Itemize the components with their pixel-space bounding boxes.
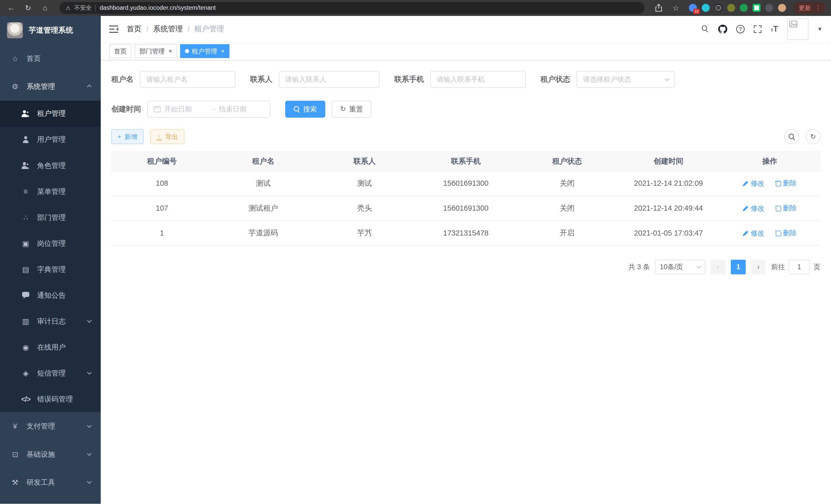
goto-page: 前往 页: [771, 260, 821, 275]
sidebar-item-users[interactable]: 用户管理: [0, 127, 101, 153]
broken-image-icon: [789, 21, 798, 28]
button-label: 新增: [125, 132, 138, 141]
tenant-name-input[interactable]: [146, 76, 229, 84]
refresh-icon: ↻: [810, 133, 816, 140]
fullscreen-icon[interactable]: [754, 25, 762, 33]
delete-button[interactable]: 删除: [775, 179, 797, 188]
trash-icon: [775, 230, 781, 236]
add-button[interactable]: + 新增: [111, 129, 144, 144]
tab-department[interactable]: 部门管理 ×: [135, 44, 177, 58]
caret-down-icon[interactable]: ▼: [818, 26, 823, 32]
app-logo[interactable]: 芋道管理系统: [0, 16, 101, 45]
font-size-icon[interactable]: тT: [771, 24, 778, 34]
status-select[interactable]: 请选择租户状态: [577, 71, 675, 88]
phone-input[interactable]: [436, 76, 519, 84]
link-label: 修改: [751, 179, 765, 188]
extension-icon[interactable]: [727, 4, 735, 12]
trash-icon: [775, 180, 781, 186]
share-icon[interactable]: [653, 2, 664, 13]
extension-icon[interactable]: [714, 4, 722, 12]
date-range-picker[interactable]: 开始日期 - 结束日期: [147, 101, 270, 118]
page-number: 1: [737, 263, 740, 271]
extension-icon[interactable]: [778, 4, 786, 12]
goto-page-input[interactable]: [789, 260, 810, 275]
close-icon[interactable]: ×: [168, 48, 172, 55]
github-icon[interactable]: [718, 25, 727, 34]
reset-button[interactable]: ↻ 重置: [332, 101, 371, 118]
sidebar-item-system[interactable]: ⚙ 系统管理: [0, 73, 101, 101]
breadcrumb-system[interactable]: 系统管理: [153, 24, 183, 34]
extension-icon[interactable]: [702, 4, 710, 12]
filter-phone: 联系手机: [394, 71, 525, 88]
address-bar[interactable]: ⚠ 不安全 dashboard.yudao.iocoder.cn/system/…: [59, 2, 644, 13]
tab-tenant[interactable]: 租户管理 ×: [180, 44, 229, 58]
sidebar-submenu: 租户管理 用户管理 角色管理 ≡ 菜单管理 ∴: [0, 101, 101, 412]
sidebar-item-online-users[interactable]: ◉ 在线用户: [0, 334, 101, 360]
extension-icon[interactable]: [765, 4, 773, 12]
tab-home[interactable]: 首页: [109, 44, 132, 58]
breadcrumb-separator: /: [146, 25, 148, 33]
sidebar-item-departments[interactable]: ∴ 部门管理: [0, 205, 101, 230]
online-signal-icon: ◉: [21, 343, 30, 352]
edit-button[interactable]: 修改: [743, 204, 765, 213]
sidebar-item-sms[interactable]: ◈ 短信管理: [0, 360, 101, 386]
extension-icon[interactable]: [753, 4, 761, 12]
url-text[interactable]: dashboard.yudao.iocoder.cn/system/tenant: [100, 4, 216, 11]
search-icon[interactable]: [702, 25, 709, 33]
update-button[interactable]: 更新 ⋮: [794, 2, 826, 13]
export-button[interactable]: 导出: [150, 129, 184, 144]
sidebar-item-tenant[interactable]: 租户管理: [0, 101, 101, 127]
cell-status: 关闭: [516, 171, 618, 196]
sidebar-item-notices[interactable]: 通知公告: [0, 282, 101, 308]
extension-icon[interactable]: 10: [689, 4, 697, 12]
page-1-button[interactable]: 1: [731, 260, 746, 275]
table-row: 107 测试租户 秃头 15601691300 关闭 2021-12-14 20…: [111, 196, 821, 221]
sidebar-item-positions[interactable]: ▣ 岗位管理: [0, 230, 101, 256]
bookmark-star-icon[interactable]: ☆: [670, 2, 682, 13]
refresh-table-button[interactable]: ↻: [806, 129, 821, 144]
column-header: 联系手机: [415, 152, 516, 171]
avatar[interactable]: [787, 19, 808, 40]
edit-button[interactable]: 修改: [743, 179, 765, 188]
sidebar-collapse-icon[interactable]: [109, 25, 118, 33]
delete-button[interactable]: 删除: [775, 203, 797, 213]
sidebar-item-roles[interactable]: 角色管理: [0, 153, 101, 179]
sidebar-item-payment[interactable]: ¥ 支付管理: [0, 412, 101, 440]
sidebar-item-error-codes[interactable]: </> 错误码管理: [0, 386, 101, 412]
search-icon: [789, 134, 795, 140]
sidebar-item-menus[interactable]: ≡ 菜单管理: [0, 179, 101, 205]
extension-icon[interactable]: [740, 4, 748, 12]
page-size-select[interactable]: 10条/页: [655, 260, 705, 275]
sidebar-item-audit-log[interactable]: ▥ 审计日志: [0, 308, 101, 334]
prev-page-button[interactable]: ‹: [711, 260, 726, 275]
sidebar-item-home[interactable]: ⌂ 首页: [0, 45, 101, 72]
link-label: 删除: [783, 179, 797, 188]
browser-menu-kebab-icon[interactable]: ⋮: [813, 4, 824, 11]
filter-tenant-name: 租户名: [111, 71, 235, 88]
delete-button[interactable]: 删除: [775, 228, 797, 238]
sidebar-item-infrastructure[interactable]: ⊡ 基础设施: [0, 440, 101, 468]
contact-input[interactable]: [285, 76, 373, 84]
cell-created: 2021-12-14 21:02:09: [618, 171, 719, 196]
cell-tenant-name: 测试租户: [212, 196, 314, 221]
filter-contact: 联系人: [250, 71, 379, 88]
browser-home-icon[interactable]: ⌂: [39, 2, 51, 13]
sidebar-item-dev-tools[interactable]: ⚒ 研发工具: [0, 468, 101, 496]
link-label: 修改: [751, 229, 765, 238]
breadcrumb-home[interactable]: 首页: [127, 24, 142, 34]
edit-button[interactable]: 修改: [743, 229, 765, 238]
column-header: 联系人: [314, 152, 415, 171]
next-page-button[interactable]: ›: [751, 260, 766, 275]
sidebar-item-dictionary[interactable]: ▤ 字典管理: [0, 256, 101, 282]
back-icon[interactable]: ←: [5, 2, 17, 13]
close-icon[interactable]: ×: [220, 48, 225, 55]
reload-icon[interactable]: ↻: [22, 2, 34, 13]
search-button[interactable]: 搜索: [285, 101, 325, 118]
cell-created: 2021-12-14 20:49:44: [618, 196, 719, 221]
toggle-search-button[interactable]: [784, 129, 799, 144]
sidebar-item-label: 基础设施: [26, 449, 55, 459]
cell-phone: 15601691300: [415, 171, 516, 196]
divider: [95, 5, 96, 11]
help-icon[interactable]: ?: [736, 25, 745, 33]
security-label[interactable]: 不安全: [74, 4, 92, 12]
